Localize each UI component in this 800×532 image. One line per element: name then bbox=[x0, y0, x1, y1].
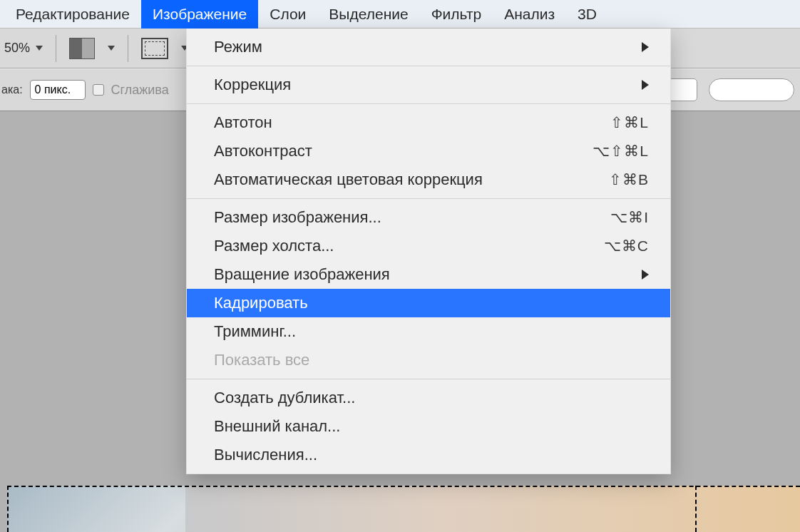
image-preview bbox=[7, 486, 185, 532]
menu-анализ[interactable]: Анализ bbox=[493, 0, 566, 29]
menu-item-shortcut: ⇧⌘L bbox=[610, 114, 649, 131]
menu-item[interactable]: Размер изображения...⌥⌘I bbox=[187, 203, 670, 232]
screen-mode-icon[interactable] bbox=[141, 38, 168, 59]
submenu-arrow-icon bbox=[642, 42, 649, 52]
menu-3d[interactable]: 3D bbox=[566, 0, 608, 29]
right-field-2[interactable] bbox=[709, 78, 794, 101]
swatch-icon[interactable] bbox=[69, 38, 95, 59]
menu-item-label: Коррекция bbox=[214, 76, 642, 94]
menu-item[interactable]: Автотон⇧⌘L bbox=[187, 108, 670, 137]
menu-item[interactable]: Коррекция bbox=[187, 71, 670, 99]
menu-item-label: Тримминг... bbox=[214, 322, 649, 341]
menu-слои[interactable]: Слои bbox=[258, 0, 317, 29]
menu-item[interactable]: Размер холста...⌥⌘C bbox=[187, 232, 670, 260]
image-menu-dropdown: РежимКоррекцияАвтотон⇧⌘LАвтоконтраст⌥⇧⌘L… bbox=[186, 29, 671, 474]
selection-marquee bbox=[7, 486, 800, 487]
menu-item[interactable]: Кадрировать bbox=[187, 289, 670, 317]
menu-редактирование[interactable]: Редактирование bbox=[4, 0, 141, 29]
separator bbox=[56, 35, 56, 62]
menu-изображение[interactable]: Изображение bbox=[141, 0, 258, 29]
selection-marquee bbox=[695, 486, 697, 532]
menu-item[interactable]: Автоматическая цветовая коррекция⇧⌘B bbox=[187, 165, 670, 194]
menu-item-label: Размер изображения... bbox=[214, 208, 610, 227]
menu-item-label: Внешний канал... bbox=[214, 417, 649, 436]
menu-item[interactable]: Автоконтраст⌥⇧⌘L bbox=[187, 137, 670, 165]
antialias-checkbox[interactable] bbox=[93, 84, 104, 96]
antialias-label: Сглажива bbox=[111, 83, 169, 98]
menu-item-shortcut: ⇧⌘B bbox=[609, 171, 649, 188]
separator bbox=[128, 35, 128, 62]
menu-item-label: Автоматическая цветовая коррекция bbox=[214, 170, 609, 189]
feather-label: ака: bbox=[1, 83, 23, 96]
menu-item-label: Создать дубликат... bbox=[214, 389, 649, 407]
menu-item[interactable]: Вычисления... bbox=[187, 441, 670, 469]
menu-item-label: Автоконтраст bbox=[214, 142, 593, 160]
menu-item-shortcut: ⌥⌘I bbox=[610, 209, 649, 226]
image-preview bbox=[185, 486, 800, 532]
menu-item[interactable]: Создать дубликат... bbox=[187, 384, 670, 412]
menu-выделение[interactable]: Выделение bbox=[317, 0, 419, 29]
main-menubar: РедактированиеИзображениеСлоиВыделениеФи… bbox=[0, 0, 800, 29]
caret-down-icon bbox=[36, 46, 43, 51]
zoom-dropdown[interactable]: 50% bbox=[4, 41, 43, 56]
menu-item-label: Размер холста... bbox=[214, 237, 604, 255]
feather-input[interactable] bbox=[30, 80, 86, 100]
menu-item-label: Режим bbox=[214, 38, 642, 56]
menu-item-label: Вычисления... bbox=[214, 446, 649, 464]
menu-item-shortcut: ⌥⌘C bbox=[604, 237, 649, 255]
menu-item-shortcut: ⌥⇧⌘L bbox=[593, 143, 649, 160]
menu-фильтр[interactable]: Фильтр bbox=[420, 0, 493, 29]
menu-item-label: Автотон bbox=[214, 113, 610, 132]
menu-item[interactable]: Вращение изображения bbox=[187, 260, 670, 289]
submenu-arrow-icon bbox=[642, 270, 649, 280]
menu-item[interactable]: Тримминг... bbox=[187, 317, 670, 346]
menu-item-label: Показать все bbox=[214, 351, 649, 369]
menu-item-label: Кадрировать bbox=[214, 294, 649, 312]
submenu-arrow-icon bbox=[642, 80, 649, 90]
selection-marquee bbox=[7, 486, 9, 532]
menu-item[interactable]: Внешний канал... bbox=[187, 412, 670, 441]
zoom-label: 50% bbox=[4, 41, 30, 56]
menu-item: Показать все bbox=[187, 346, 670, 374]
caret-down-icon[interactable] bbox=[108, 46, 115, 51]
menu-item[interactable]: Режим bbox=[187, 33, 670, 61]
menu-item-label: Вращение изображения bbox=[214, 265, 642, 284]
